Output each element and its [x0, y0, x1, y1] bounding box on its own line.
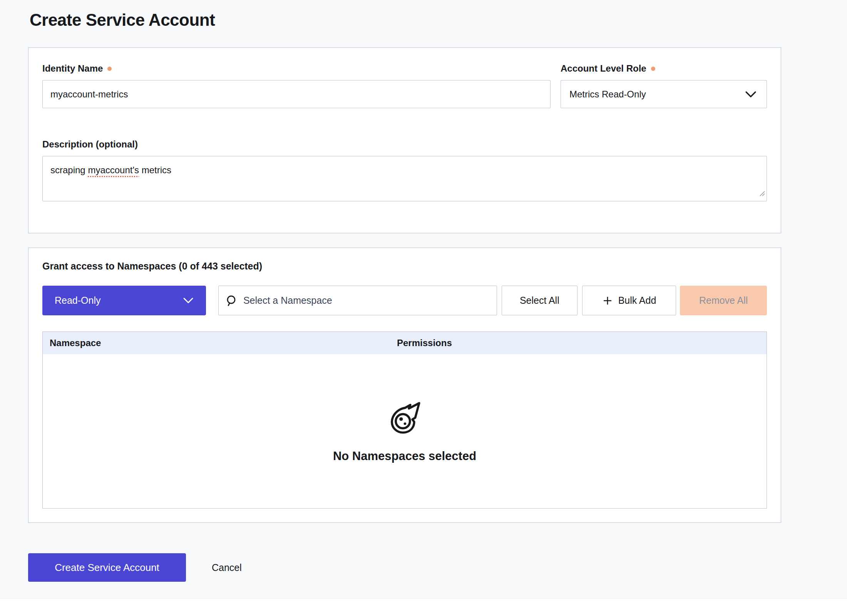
identity-name-input[interactable]	[42, 80, 551, 108]
search-icon	[226, 295, 238, 307]
identity-name-label: Identity Name	[42, 63, 551, 74]
description-text-after: metrics	[139, 165, 171, 175]
account-level-role-select[interactable]: Metrics Read-Only	[561, 80, 767, 108]
page-title: Create Service Account	[30, 10, 847, 30]
chevron-down-icon	[183, 297, 194, 304]
cancel-button[interactable]: Cancel	[212, 562, 242, 573]
create-service-account-button[interactable]: Create Service Account	[28, 553, 186, 582]
plus-icon	[602, 295, 613, 306]
account-level-role-label-text: Account Level Role	[561, 63, 646, 74]
account-level-role-value: Metrics Read-Only	[569, 89, 646, 100]
namespaces-table: Namespace Permissions No Namespaces sele…	[42, 331, 767, 509]
description-text-misspelled: myaccount's	[88, 165, 139, 175]
footer-actions: Create Service Account Cancel	[28, 553, 847, 582]
bottom-strip	[0, 599, 847, 616]
namespace-controls-row: Read-Only Select All	[42, 286, 767, 315]
comet-icon	[386, 399, 423, 435]
identity-name-label-text: Identity Name	[42, 63, 103, 74]
bulk-add-label: Bulk Add	[618, 295, 656, 306]
required-indicator-icon	[107, 67, 112, 71]
description-textarea[interactable]: scraping myaccount's metrics	[42, 156, 767, 201]
column-header-namespace: Namespace	[43, 338, 397, 348]
chevron-down-icon	[745, 91, 757, 98]
required-indicator-icon	[651, 67, 655, 71]
bulk-add-button[interactable]: Bulk Add	[582, 286, 676, 315]
namespaces-table-header: Namespace Permissions	[43, 332, 767, 354]
resize-grip-icon[interactable]	[758, 187, 765, 200]
remove-all-button[interactable]: Remove All	[680, 286, 767, 315]
permission-level-dropdown[interactable]: Read-Only	[42, 286, 206, 315]
empty-state-message: No Namespaces selected	[333, 449, 476, 463]
description-label: Description (optional)	[42, 139, 767, 150]
description-text-before: scraping	[50, 165, 88, 175]
permission-level-value: Read-Only	[55, 295, 101, 306]
grant-namespaces-heading: Grant access to Namespaces (0 of 443 sel…	[42, 260, 767, 272]
namespace-search-input[interactable]	[243, 295, 490, 306]
namespace-search-box[interactable]	[218, 286, 497, 315]
grant-namespaces-card: Grant access to Namespaces (0 of 443 sel…	[28, 248, 781, 523]
select-all-button[interactable]: Select All	[502, 286, 578, 315]
select-all-label: Select All	[520, 295, 559, 306]
remove-all-label: Remove All	[699, 295, 748, 306]
namespaces-empty-state: No Namespaces selected	[43, 354, 767, 508]
column-header-permissions: Permissions	[397, 338, 767, 348]
account-level-role-label: Account Level Role	[561, 63, 767, 74]
service-account-details-card: Identity Name Account Level Role Metrics…	[28, 47, 781, 233]
